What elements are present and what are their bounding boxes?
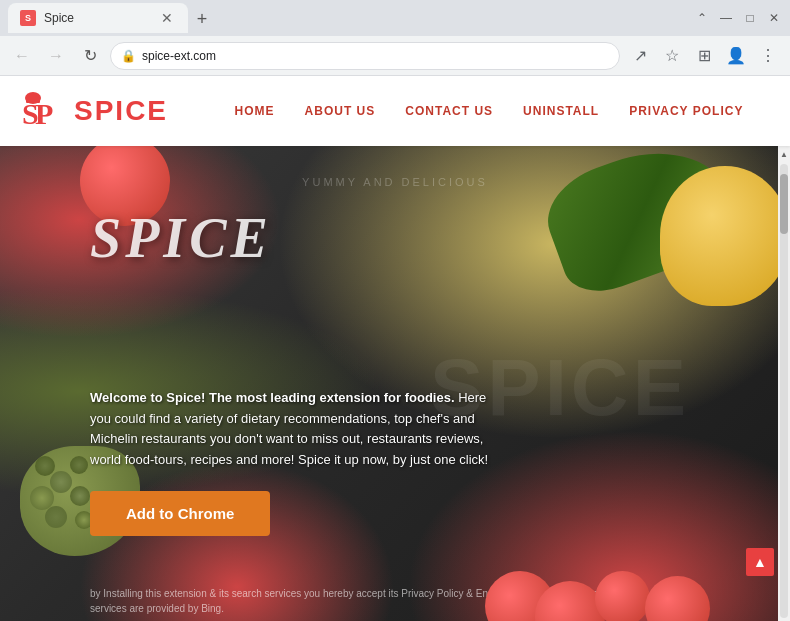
tomato-4 (645, 576, 710, 621)
share-icon[interactable]: ↗ (626, 42, 654, 70)
profile-icon[interactable]: 👤 (722, 42, 750, 70)
site-nav-links: HOME ABOUT US CONTACT US UNINSTALL PRIVA… (208, 104, 770, 118)
tab-grid-icon[interactable]: ⊞ (690, 42, 718, 70)
logo-text: SPICE (74, 95, 168, 126)
new-tab-button[interactable]: + (188, 5, 216, 33)
url-text: spice-ext.com (142, 49, 609, 63)
site-logo: S P SPICE (20, 86, 168, 136)
tab-favicon: S (20, 10, 36, 26)
tomato-3 (595, 571, 650, 621)
chevron-up-icon: ⌃ (694, 10, 710, 26)
scroll-up-arrow[interactable]: ▲ (778, 146, 790, 162)
logo-svg: S P (20, 86, 70, 136)
bottom-tomatoes (500, 571, 710, 621)
hero-content: Welcome to Spice! The most leading exten… (90, 388, 490, 536)
food-lemon-decoration (660, 166, 790, 306)
site-navbar: S P SPICE HOME ABOUT US CONTACT US UNINS… (0, 76, 790, 146)
website-content: S P SPICE HOME ABOUT US CONTACT US UNINS… (0, 76, 790, 621)
hero-section: SPICE YUMMY AND DELICIOUS SPICE Welcome … (0, 146, 790, 621)
back-button[interactable]: ← (8, 42, 36, 70)
window-controls: ⌃ — □ ✕ (694, 10, 782, 26)
nav-contact[interactable]: CONTACT US (405, 104, 493, 118)
close-button[interactable]: ✕ (766, 10, 782, 26)
back-to-top-button[interactable]: ▲ (746, 548, 774, 576)
scroll-track (780, 164, 788, 618)
minimize-button[interactable]: — (718, 10, 734, 26)
tab-title: Spice (44, 11, 74, 25)
hero-background: SPICE YUMMY AND DELICIOUS SPICE Welcome … (0, 146, 790, 621)
add-to-chrome-button[interactable]: Add to Chrome (90, 491, 270, 536)
browser-toolbar: ← → ↻ 🔒 spice-ext.com ↗ ☆ ⊞ 👤 ⋮ (0, 36, 790, 76)
browser-frame: S Spice ✕ + ⌃ — □ ✕ ← → ↻ 🔒 spice-ext.co… (0, 0, 790, 621)
menu-icon[interactable]: ⋮ (754, 42, 782, 70)
lock-icon: 🔒 (121, 49, 136, 63)
tab-close-button[interactable]: ✕ (158, 9, 176, 27)
hero-description-bold: Welcome to Spice! The most leading exten… (90, 390, 455, 405)
hero-title: SPICE (90, 206, 272, 270)
scroll-thumb[interactable] (780, 174, 788, 234)
active-tab[interactable]: S Spice ✕ (8, 3, 188, 33)
hero-subtitle: YUMMY AND DELICIOUS (302, 176, 488, 188)
maximize-button[interactable]: □ (742, 10, 758, 26)
hero-description: Welcome to Spice! The most leading exten… (90, 388, 490, 471)
bookmark-icon[interactable]: ☆ (658, 42, 686, 70)
scrollbar[interactable]: ▲ ▼ (778, 146, 790, 621)
browser-titlebar: S Spice ✕ + ⌃ — □ ✕ (0, 0, 790, 36)
svg-rect-3 (26, 98, 40, 103)
nav-about[interactable]: ABOUT US (305, 104, 376, 118)
address-bar[interactable]: 🔒 spice-ext.com (110, 42, 620, 70)
nav-home[interactable]: HOME (235, 104, 275, 118)
reload-button[interactable]: ↻ (76, 42, 104, 70)
toolbar-actions: ↗ ☆ ⊞ 👤 ⋮ (626, 42, 782, 70)
nav-uninstall[interactable]: UNINSTALL (523, 104, 599, 118)
tab-bar: S Spice ✕ + (8, 3, 690, 33)
nav-privacy[interactable]: PRIVACY POLICY (629, 104, 743, 118)
forward-button[interactable]: → (42, 42, 70, 70)
